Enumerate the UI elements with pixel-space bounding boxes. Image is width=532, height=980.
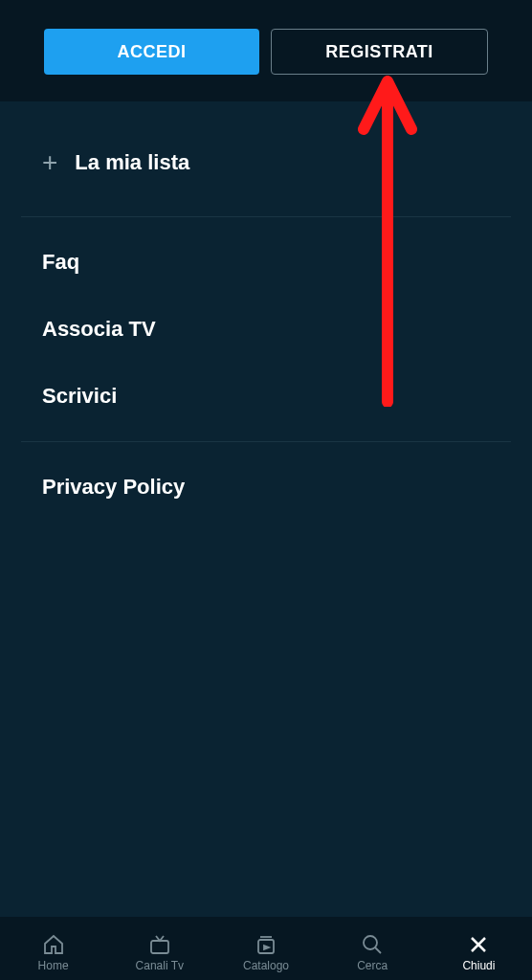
close-icon [467, 933, 490, 956]
menu-section: + La mia lista Faq Associa TV Scrivici P… [0, 101, 532, 532]
nav-label: Chiudi [462, 959, 495, 972]
nav-search[interactable]: Cerca [320, 933, 426, 972]
menu-item-label: Associa TV [42, 317, 156, 342]
login-button[interactable]: ACCEDI [44, 29, 259, 75]
nav-close[interactable]: Chiudi [426, 933, 532, 972]
menu-item-label: Scrivici [42, 384, 117, 409]
menu-item-label: La mia lista [75, 150, 189, 175]
nav-label: Canali Tv [136, 959, 184, 972]
nav-channels[interactable]: Canali Tv [106, 933, 212, 972]
catalog-icon [255, 933, 277, 956]
nav-home[interactable]: Home [0, 933, 106, 972]
bottom-nav: Home Canali Tv Catalogo Cerca [0, 917, 532, 980]
plus-icon: + [42, 149, 57, 176]
header-buttons: ACCEDI REGISTRATI [0, 0, 532, 101]
nav-label: Home [38, 959, 69, 972]
nav-catalog[interactable]: Catalogo [212, 933, 319, 972]
menu-item-faq[interactable]: Faq [21, 229, 511, 296]
nav-label: Catalogo [243, 959, 289, 972]
svg-point-2 [364, 936, 377, 949]
nav-label: Cerca [357, 959, 388, 972]
menu-item-my-list[interactable]: + La mia lista [21, 101, 511, 216]
menu-item-label: Privacy Policy [42, 475, 185, 500]
menu-group-support: Faq Associa TV Scrivici [21, 217, 511, 441]
menu-item-associate-tv[interactable]: Associa TV [21, 296, 511, 363]
register-button[interactable]: REGISTRATI [271, 29, 488, 75]
menu-item-privacy[interactable]: Privacy Policy [21, 454, 511, 521]
search-icon [361, 933, 384, 956]
tv-icon [148, 933, 171, 956]
menu-item-write-us[interactable]: Scrivici [21, 363, 511, 430]
menu-item-label: Faq [42, 250, 79, 275]
svg-rect-0 [151, 941, 168, 953]
menu-group-legal: Privacy Policy [21, 442, 511, 532]
home-icon [42, 933, 65, 956]
